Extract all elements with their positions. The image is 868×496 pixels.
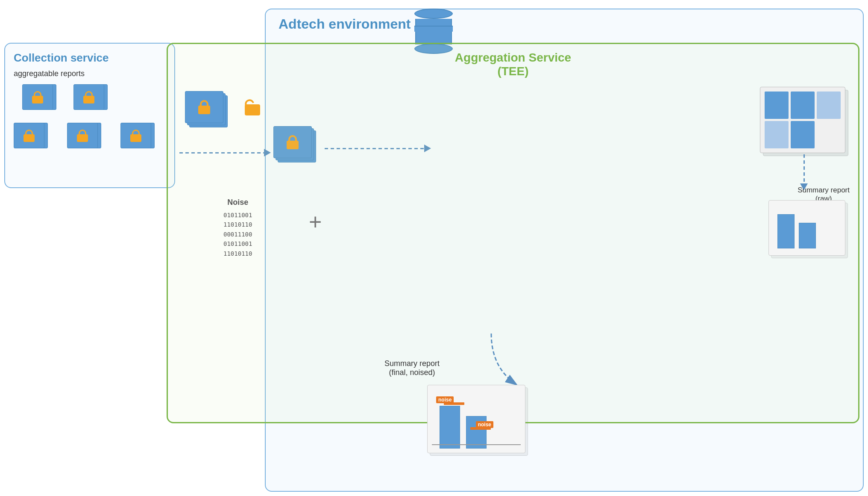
collection-service-box: Collection service aggregatable reports xyxy=(4,43,175,188)
plus-sign: + xyxy=(309,211,322,233)
summary-final-chart-card: noise noise xyxy=(427,385,525,453)
locked-doc-2 xyxy=(73,84,108,112)
locked-doc-4 xyxy=(67,123,101,151)
locked-doc-5 xyxy=(120,123,155,151)
arrow-grid-to-raw xyxy=(803,154,805,184)
locked-doc-1 xyxy=(22,84,56,112)
collection-service-subtitle: aggregatable reports xyxy=(14,69,85,78)
adtech-environment-title: Adtech environment xyxy=(279,16,411,32)
summary-final-label: Summary report (final, noised) xyxy=(384,359,440,377)
summary-report-raw-card xyxy=(760,87,845,153)
aggregation-service-title: Aggregation Service xyxy=(455,51,571,64)
open-lock-icon xyxy=(245,100,260,115)
summary-raw-chart-card xyxy=(768,200,845,256)
locked-doc-3 xyxy=(14,123,48,151)
aggregation-service-subtitle: (TEE) xyxy=(497,65,528,78)
collection-service-title: Collection service xyxy=(14,51,109,65)
noise-label: Noise 01011001 11010110 00011100 0101100… xyxy=(223,198,252,258)
